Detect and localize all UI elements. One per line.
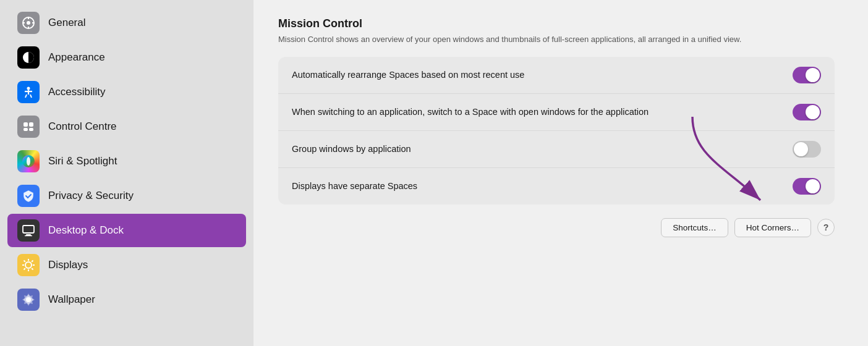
setting-row-group-windows: Group windows by application	[278, 131, 835, 168]
sidebar-item-privacy-security[interactable]: Privacy & Security	[7, 179, 246, 213]
sidebar-item-accessibility-label: Accessibility	[48, 86, 106, 98]
sidebar-item-appearance-label: Appearance	[48, 51, 105, 64]
main-content: Mission Control Mission Control shows an…	[253, 0, 868, 346]
sidebar-item-control-centre-label: Control Centre	[48, 120, 117, 133]
sidebar-item-general-label: General	[48, 17, 85, 29]
sidebar-item-appearance[interactable]: Appearance	[7, 41, 246, 74]
setting-label-auto-rearrange: Automatically rearrange Spaces based on …	[292, 69, 524, 81]
sidebar-item-accessibility[interactable]: Accessibility	[7, 75, 246, 109]
svg-rect-18	[23, 226, 34, 233]
section-description: Mission Control shows an overview of you…	[278, 34, 748, 46]
svg-rect-15	[29, 128, 33, 131]
setting-row-auto-rearrange: Automatically rearrange Spaces based on …	[278, 57, 835, 94]
appearance-icon	[17, 46, 40, 69]
control-centre-icon	[17, 116, 40, 138]
arrow-annotation-container: Shortcuts… Hot Corners… ?	[278, 216, 835, 237]
shortcuts-button[interactable]: Shortcuts…	[661, 218, 728, 237]
desktop-dock-icon	[17, 219, 40, 242]
general-icon	[17, 12, 40, 34]
help-button[interactable]: ?	[817, 219, 835, 236]
svg-point-7	[27, 87, 30, 90]
sidebar-item-desktop-dock-label: Desktop & Dock	[48, 224, 124, 237]
sidebar-item-siri-spotlight[interactable]: Siri & Spotlight	[7, 145, 246, 178]
setting-label-switch-space: When switching to an application, switch…	[292, 106, 649, 118]
sidebar-item-siri-label: Siri & Spotlight	[48, 155, 117, 167]
section-title: Mission Control	[278, 17, 843, 30]
wallpaper-icon	[17, 289, 40, 311]
sidebar-item-wallpaper-label: Wallpaper	[48, 293, 95, 306]
sidebar-item-displays-label: Displays	[48, 259, 88, 271]
bottom-buttons-row: Shortcuts… Hot Corners… ?	[278, 218, 835, 237]
sidebar: General Appearance Accessibility	[0, 0, 253, 346]
svg-point-21	[25, 262, 32, 268]
sidebar-item-control-centre[interactable]: Control Centre	[7, 110, 246, 143]
displays-icon	[17, 254, 40, 276]
setting-label-group-windows: Group windows by application	[292, 143, 411, 155]
sidebar-item-general[interactable]: General	[7, 6, 246, 40]
svg-line-29	[24, 268, 25, 269]
privacy-icon	[17, 185, 40, 207]
svg-point-1	[27, 21, 30, 25]
svg-rect-14	[23, 128, 28, 131]
sidebar-item-privacy-label: Privacy & Security	[48, 190, 134, 202]
svg-line-11	[30, 95, 32, 98]
setting-row-switch-space: When switching to an application, switch…	[278, 94, 835, 131]
svg-line-27	[32, 268, 33, 269]
setting-label-separate-spaces: Displays have separate Spaces	[292, 180, 417, 192]
svg-point-17	[27, 157, 30, 166]
sidebar-item-displays[interactable]: Displays	[7, 248, 246, 282]
svg-line-10	[25, 95, 27, 98]
svg-rect-12	[23, 122, 28, 127]
toggle-group-windows[interactable]	[793, 141, 821, 158]
accessibility-icon	[17, 81, 40, 103]
settings-card: Automatically rearrange Spaces based on …	[278, 57, 835, 205]
svg-line-28	[32, 261, 33, 262]
setting-row-separate-spaces: Displays have separate Spaces	[278, 168, 835, 205]
hot-corners-button[interactable]: Hot Corners…	[734, 218, 811, 237]
svg-line-26	[24, 261, 25, 262]
sidebar-item-desktop-dock[interactable]: Desktop & Dock	[7, 214, 246, 247]
svg-rect-13	[29, 122, 33, 127]
siri-icon	[17, 150, 40, 172]
toggle-auto-rearrange[interactable]	[793, 67, 821, 83]
toggle-switch-space[interactable]	[793, 104, 821, 120]
toggle-separate-spaces[interactable]	[793, 178, 821, 195]
sidebar-item-wallpaper[interactable]: Wallpaper	[7, 283, 246, 316]
